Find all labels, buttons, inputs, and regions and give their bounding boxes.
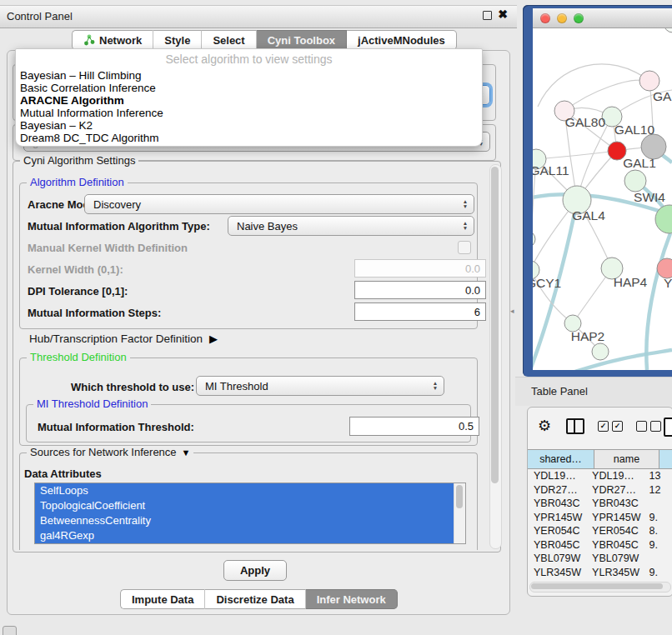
algorithm-option[interactable]: ARACNE Algorithm: [16, 94, 482, 107]
table-row[interactable]: YPR145WYPR145W9.: [528, 511, 672, 525]
table-horizontal-scrollbar[interactable]: [529, 582, 671, 592]
mi-type-label: Mutual Information Algorithm Type:: [28, 220, 210, 232]
tab-discretize-data[interactable]: Discretize Data: [205, 589, 305, 609]
list-scrollbar[interactable]: [454, 483, 465, 543]
attribute-item[interactable]: TopologicalCoefficient: [35, 498, 454, 513]
data-attributes-list[interactable]: SelfLoopsTopologicalCoefficientBetweenne…: [34, 482, 466, 544]
tab-style[interactable]: Style: [153, 30, 202, 50]
page-icon[interactable]: [664, 418, 672, 437]
tab-jactivemnodules[interactable]: jActiveMNodules: [347, 30, 457, 50]
table-cell: YBR045C: [528, 539, 586, 551]
table-cell: 13: [643, 470, 672, 482]
columns-icon[interactable]: [566, 418, 584, 434]
algorithm-option[interactable]: Mutual Information Inference: [16, 107, 482, 119]
column-header[interactable]: shared…: [528, 449, 594, 469]
which-threshold-combobox[interactable]: MI Threshold ▲▼: [196, 376, 444, 396]
tab-impute-data[interactable]: Impute Data: [120, 589, 205, 609]
maximize-traffic-icon[interactable]: [574, 13, 584, 23]
tab-cyni-toolbox[interactable]: Cyni Toolbox: [257, 30, 347, 50]
table-cell: YDR27…: [528, 484, 586, 496]
table-toolbar: ⚙ ✓✓: [528, 408, 672, 444]
tab-infer-network[interactable]: Infer Network: [306, 589, 398, 609]
select-all-icon[interactable]: ✓✓: [598, 421, 623, 432]
control-panel-window: Control Panel ✖ NetworkStyleSelectCyni T…: [0, 5, 517, 615]
table-row[interactable]: YBR043CYBR043C: [528, 497, 672, 511]
sources-title[interactable]: Sources for Network Inference▼: [27, 446, 193, 458]
close-icon[interactable]: ✖: [498, 9, 508, 19]
table-panel-titlebar: Table Panel: [515, 377, 672, 406]
network-window-frame: GALGAL80GAL10GAL1GAL11SWI4GAL4GCY1HAP4YH…: [523, 5, 672, 377]
table-cell: 9.: [643, 512, 672, 523]
minimize-traffic-icon[interactable]: [557, 13, 567, 23]
node-label: GAL11: [533, 163, 569, 178]
network-node[interactable]: [533, 231, 535, 248]
table-row[interactable]: YDL19…YDL19…13: [528, 469, 672, 483]
float-window-icon[interactable]: [483, 11, 492, 20]
algorithm-option[interactable]: Bayesian – K2: [16, 119, 482, 132]
node-label: Y: [664, 276, 672, 290]
tab-label: Discretize Data: [216, 593, 293, 606]
corner-widget[interactable]: [3, 626, 17, 635]
dpi-tolerance-field[interactable]: 0.0: [354, 281, 486, 299]
scrollbar-thumb[interactable]: [531, 583, 663, 589]
network-node[interactable]: [664, 28, 672, 32]
stepper-icon: ▲▼: [460, 218, 470, 233]
network-edge: [564, 80, 649, 111]
aracne-mode-combobox[interactable]: Discovery ▲▼: [84, 194, 474, 214]
attribute-item[interactable]: SelfLoops: [35, 483, 454, 498]
deselect-all-icon[interactable]: [636, 421, 661, 432]
mi-threshold-field[interactable]: 0.5: [349, 417, 479, 436]
network-node[interactable]: [592, 343, 609, 360]
attribute-item[interactable]: gal4RGexp: [35, 528, 454, 543]
algorithm-option[interactable]: Dream8 DC_TDC Algorithm: [16, 132, 482, 144]
scrollbar-thumb[interactable]: [456, 485, 463, 508]
tab-label: Select: [213, 34, 244, 47]
scrollbar-thumb[interactable]: [491, 167, 499, 483]
dpi-tolerance-label: DPI Tolerance [0,1]:: [28, 285, 128, 298]
table-row[interactable]: YDR27…YDR27…12: [528, 483, 672, 498]
control-panel-titlebar: Control Panel ✖: [0, 5, 517, 28]
table-cell: YER054C: [586, 525, 643, 537]
mi-threshold-title: MI Threshold Definition: [33, 398, 151, 410]
network-icon: [83, 34, 95, 46]
tab-select[interactable]: Select: [202, 30, 256, 50]
settings-vertical-scrollbar[interactable]: [489, 164, 502, 549]
table-row[interactable]: YBL079WYBL079W: [528, 552, 672, 566]
column-header[interactable]: [659, 449, 672, 469]
mi-type-combobox[interactable]: Naive Bayes ▲▼: [228, 216, 474, 236]
network-window: GALGAL80GAL10GAL1GAL11SWI4GAL4GCY1HAP4YH…: [533, 8, 672, 370]
table-cell: YBR043C: [528, 498, 586, 509]
hub-definition-toggle[interactable]: Hub/Transcription Factor Definition▶: [29, 332, 218, 345]
table-cell: YDL19…: [586, 470, 643, 482]
table-row[interactable]: YBR045CYBR045C9.: [528, 538, 672, 552]
mi-steps-field[interactable]: 6: [354, 302, 486, 321]
attribute-item[interactable]: BetweennessCentrality: [35, 513, 454, 528]
table-body[interactable]: YDL19…YDL19…13YDR27…YDR27…12YBR043CYBR04…: [528, 469, 672, 582]
node-label: GCY1: [533, 276, 561, 290]
apply-button[interactable]: Apply: [223, 560, 287, 581]
tab-label: Impute Data: [132, 593, 193, 606]
network-node-gal[interactable]: [639, 71, 659, 91]
app-root: Control Panel ✖ NetworkStyleSelectCyni T…: [0, 0, 672, 635]
table-row[interactable]: YER054CYER054C8.: [528, 524, 672, 538]
network-edge: [536, 151, 617, 159]
close-traffic-icon[interactable]: [540, 13, 550, 23]
algorithm-option[interactable]: Bayesian – Hill Climbing: [16, 69, 482, 82]
column-header[interactable]: name: [594, 449, 659, 469]
algorithm-popup-prompt: Select algorithm to view settings: [16, 49, 482, 69]
network-node-swi4[interactable]: [624, 170, 646, 192]
tab-label: Cyni Toolbox: [268, 34, 335, 47]
node-label: HAP2: [571, 329, 605, 343]
kernel-width-field[interactable]: 0.0: [354, 259, 486, 278]
gear-icon[interactable]: ⚙: [538, 417, 551, 435]
which-threshold-value: MI Threshold: [205, 380, 268, 392]
splitter-collapse-icon[interactable]: ◂: [510, 307, 514, 315]
table-cell: YDL19…: [528, 470, 586, 482]
tab-network[interactable]: Network: [72, 30, 153, 50]
network-canvas[interactable]: GALGAL80GAL10GAL1GAL11SWI4GAL4GCY1HAP4YH…: [533, 28, 672, 370]
algorithm-option[interactable]: Basic Correlation Inference: [16, 82, 482, 94]
manual-kernel-checkbox[interactable]: [458, 241, 471, 254]
tab-label: Style: [164, 34, 190, 47]
table-row[interactable]: YLR345WYLR345W9.: [528, 566, 672, 580]
panel-title: Control Panel: [7, 10, 73, 22]
